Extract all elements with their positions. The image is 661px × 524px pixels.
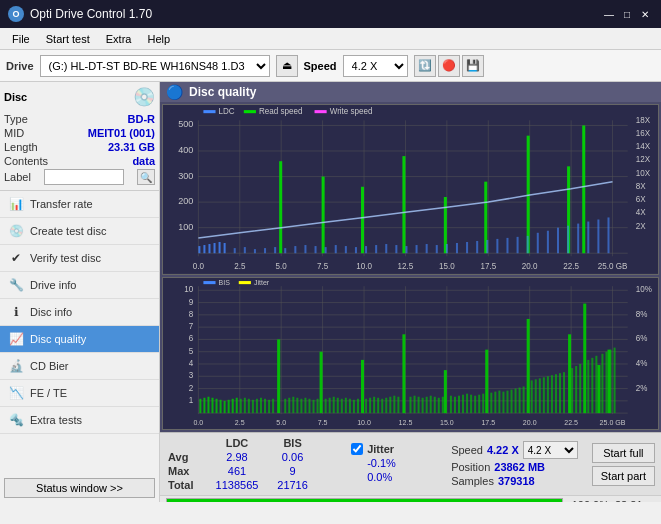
svg-rect-248 [591,358,593,413]
svg-rect-162 [320,351,323,412]
progress-percent: 100.0% [569,499,609,502]
menu-start-test[interactable]: Start test [38,31,98,47]
svg-rect-59 [244,247,246,253]
fe-te-icon: 📉 [8,385,24,401]
svg-rect-246 [579,364,581,413]
svg-text:10: 10 [184,285,193,294]
total-bis: 21716 [268,478,317,492]
stats-total-row: Total 1138565 21716 [166,478,337,492]
menu-help[interactable]: Help [139,31,178,47]
samples-row: Samples 379318 [451,475,578,487]
svg-text:22.5: 22.5 [564,419,578,427]
sidebar-item-extra-tests[interactable]: 🔩 Extra tests [0,407,159,434]
sidebar-item-disc-info[interactable]: ℹ Disc info [0,299,159,326]
svg-rect-250 [601,353,603,412]
avg-ldc: 2.98 [206,450,268,464]
speed-select[interactable]: 4.2 X Max 1.0 X 2.0 X 6.0 X 8.0 X [343,55,408,77]
svg-text:2X: 2X [636,222,646,231]
svg-text:12X: 12X [636,155,651,164]
jitter-checkbox[interactable] [351,443,363,455]
svg-text:0.0: 0.0 [193,262,205,271]
svg-rect-190 [325,398,327,412]
max-ldc: 461 [206,464,268,478]
svg-text:10.0: 10.0 [357,419,371,427]
speed-icon-btn2[interactable]: 🔴 [438,55,460,77]
sidebar-item-label-verify-test-disc: Verify test disc [30,252,101,264]
svg-rect-91 [567,226,569,254]
svg-rect-45 [208,244,210,253]
speed-key: Speed [451,444,483,456]
stats-area: LDC BIS Avg 2.98 0.06 Max 4 [160,432,661,495]
speed-icon-btn1[interactable]: 🔃 [414,55,436,77]
svg-rect-182 [288,397,290,412]
avg-bis: 0.06 [268,450,317,464]
disc-label-input[interactable] [44,169,124,185]
sidebar-item-verify-test-disc[interactable]: ✔ Verify test disc [0,245,159,272]
svg-text:12.5: 12.5 [398,262,414,271]
svg-rect-74 [395,245,397,253]
svg-rect-69 [345,246,347,253]
svg-text:100: 100 [178,222,193,232]
stats-table: LDC BIS Avg 2.98 0.06 Max 4 [166,436,337,492]
sidebar-item-transfer-rate[interactable]: 📊 Transfer rate [0,191,159,218]
svg-text:Read speed: Read speed [259,107,302,116]
content-area: 🔵 Disc quality [160,82,661,502]
svg-rect-71 [365,246,367,253]
maximize-button[interactable]: □ [619,6,635,22]
sidebar-item-label-disc-info: Disc info [30,306,72,318]
status-window-button[interactable]: Status window >> [4,478,155,498]
drive-select[interactable]: (G:) HL-DT-ST BD-RE WH16NS48 1.D3 [40,55,270,77]
transfer-rate-icon: 📊 [8,196,24,212]
sidebar-item-create-test-disc[interactable]: 💿 Create test disc [0,218,159,245]
svg-rect-189 [317,398,319,412]
start-full-button[interactable]: Start full [592,443,655,463]
svg-rect-86 [517,237,519,253]
minimize-button[interactable]: — [601,6,617,22]
svg-rect-181 [284,398,286,412]
svg-rect-96 [203,110,215,113]
svg-rect-163 [361,360,364,413]
menu-extra[interactable]: Extra [98,31,140,47]
svg-rect-170 [597,365,600,413]
close-button[interactable]: ✕ [637,6,653,22]
speed-icon-btn3[interactable]: 💾 [462,55,484,77]
svg-rect-67 [325,247,327,253]
svg-rect-237 [539,378,541,413]
svg-text:6: 6 [189,334,194,343]
svg-text:8X: 8X [636,182,646,191]
disc-type-label: Type [4,113,28,125]
svg-rect-211 [422,397,424,412]
sidebar-item-drive-info[interactable]: 🔧 Drive info [0,272,159,299]
svg-rect-177 [260,397,262,412]
svg-rect-50 [322,177,325,254]
svg-rect-252 [610,349,612,412]
max-label: Max [166,464,206,478]
start-part-button[interactable]: Start part [592,466,655,486]
svg-rect-72 [375,245,377,253]
svg-rect-188 [313,399,315,412]
speed-result-select[interactable]: 4.2 X [523,441,578,459]
sidebar-item-disc-quality[interactable]: 📈 Disc quality [0,326,159,353]
sidebar-item-fe-te[interactable]: 📉 FE / TE [0,380,159,407]
svg-rect-241 [555,374,557,413]
svg-text:6X: 6X [636,195,646,204]
disc-length-row: Length 23.31 GB [4,140,155,154]
samples-value: 379318 [498,475,535,487]
sidebar-item-cd-bier[interactable]: 🔬 CD Bier [0,353,159,380]
disc-mid-label: MID [4,127,24,139]
sidebar-item-label-transfer-rate: Transfer rate [30,198,93,210]
svg-rect-201 [373,396,375,412]
avg-label: Avg [166,450,206,464]
svg-rect-206 [393,395,395,412]
svg-rect-154 [211,397,213,412]
svg-rect-234 [523,386,525,413]
eject-button[interactable]: ⏏ [276,55,298,77]
svg-rect-204 [385,397,387,412]
svg-text:20.0: 20.0 [523,419,537,427]
menu-file[interactable]: File [4,31,38,47]
drive-info-icon: 🔧 [8,277,24,293]
svg-rect-210 [418,396,420,412]
disc-label-button[interactable]: 🔍 [137,169,155,185]
svg-rect-202 [377,397,379,412]
svg-rect-198 [357,398,359,412]
